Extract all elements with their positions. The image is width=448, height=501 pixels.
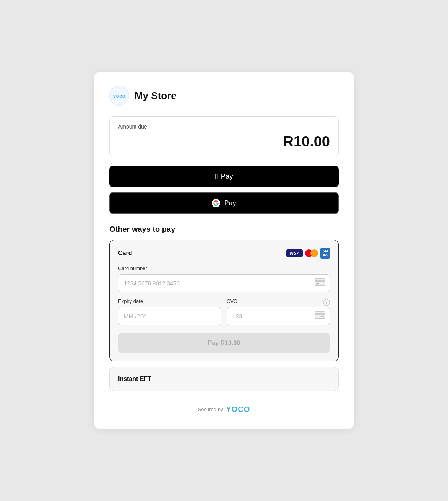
footer: Secured by YOCO [109,405,339,414]
amount-value: R10.00 [118,133,330,150]
google-pay-button[interactable]: Pay [109,192,339,214]
mc-circle-right [310,249,318,257]
svg-rect-0 [315,279,325,286]
card-label: Card [118,250,132,257]
cvc-card-icon [315,311,325,320]
card-number-icon [315,278,325,288]
apple-pay-button[interactable]:  Pay [109,166,339,187]
store-name: My Store [135,90,177,102]
visa-icon: VISA [286,249,303,257]
yoco-brand: YOCO [226,405,250,414]
payment-card: voco My Store Amount due R10.00  Pay Pa… [94,72,354,429]
google-g-icon [212,199,220,207]
expiry-wrapper [118,307,221,325]
other-ways-title: Other ways to pay [109,225,339,234]
expiry-input[interactable] [118,307,221,325]
apple-pay-label: Pay [221,172,233,181]
apple-icon:  [215,173,218,181]
card-number-input[interactable] [118,274,330,292]
expiry-cvc-row: Expiry date CVC i [118,298,330,325]
cvc-label: CVC [227,298,237,304]
yoco-logo-text: voco [113,93,125,99]
svg-rect-3 [315,312,325,319]
card-number-group: Card number [118,265,330,292]
card-number-wrapper [118,274,330,292]
amount-box: Amount due R10.00 [109,116,339,157]
expiry-group: Expiry date [118,298,221,325]
info-icon[interactable]: i [323,299,330,306]
cvc-group: CVC i [227,298,330,325]
secured-text: Secured by [198,407,223,412]
google-pay-label: Pay [224,199,236,207]
mastercard-icon [305,249,318,257]
svg-rect-5 [321,316,324,317]
cvc-label-row: CVC i [227,298,330,307]
svg-rect-4 [315,313,325,315]
svg-rect-2 [316,283,319,285]
card-icons: VISA AMEX [286,248,330,259]
pay-button[interactable]: Pay R10.00 [118,333,330,353]
instant-eft-label: Instant EFT [118,376,151,382]
header: voco My Store [109,86,339,106]
card-section: Card VISA AMEX Card number [109,240,339,361]
yoco-logo: voco [109,86,129,106]
svg-rect-1 [315,280,325,282]
card-number-label: Card number [118,265,330,271]
amount-label: Amount due [118,124,330,130]
instant-eft-section: Instant EFT [109,367,339,391]
expiry-label: Expiry date [118,298,221,304]
cvc-wrapper [227,307,330,325]
amex-icon: AMEX [320,248,330,259]
card-section-header: Card VISA AMEX [118,248,330,259]
